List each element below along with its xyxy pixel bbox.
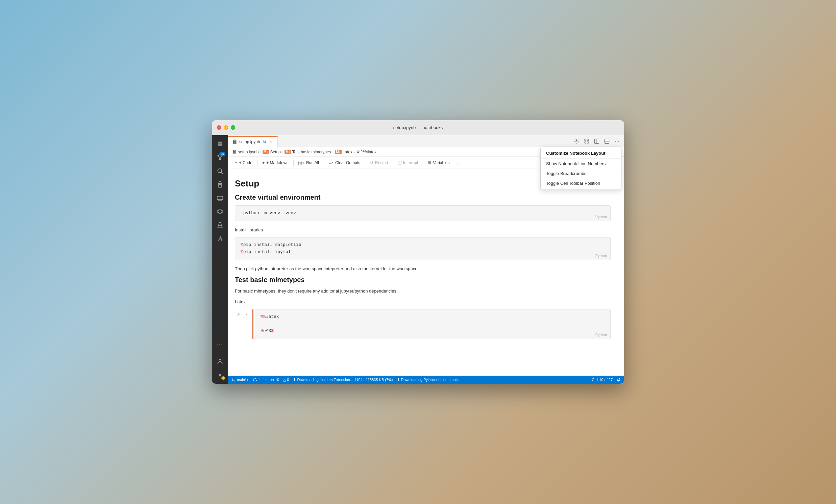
run-cell-button[interactable]: ▷ xyxy=(235,310,242,317)
code-token: pip install ipympl xyxy=(243,249,291,254)
maximize-button[interactable] xyxy=(231,125,235,130)
toolbar-sep-2 xyxy=(293,160,293,166)
minimize-button[interactable] xyxy=(224,125,228,130)
svg-rect-13 xyxy=(217,196,223,200)
code-cell-language-2: Python xyxy=(595,254,607,258)
variables-icon-button[interactable] xyxy=(582,137,591,146)
code-token-dollar1: $ xyxy=(261,328,263,333)
clear-outputs-icon: ≡× xyxy=(329,160,334,165)
more-toolbar-button[interactable]: ··· xyxy=(453,158,462,167)
sidebar-item-account[interactable] xyxy=(214,355,226,368)
add-code-button[interactable]: + + Code xyxy=(232,158,255,167)
breadcrumb-sep-3: › xyxy=(332,150,334,154)
svg-rect-20 xyxy=(585,139,586,141)
sidebar-item-source-control[interactable]: 26 xyxy=(214,151,226,163)
section-heading-venv: Create virtual environment xyxy=(235,194,611,201)
sidebar-item-testing[interactable] xyxy=(214,219,226,231)
breadcrumb-file-label: setup.ipynb xyxy=(238,150,259,154)
activity-bar: 26 ··· xyxy=(212,135,228,384)
tab-setup-ipynb[interactable]: 📓 setup.ipynb M × xyxy=(228,136,278,147)
svg-rect-21 xyxy=(587,139,589,141)
status-errors[interactable]: ⊗ 10 xyxy=(271,378,279,382)
more-actions-icon-button[interactable]: ··· xyxy=(613,137,622,146)
split-horizontal-icon-button[interactable] xyxy=(603,137,611,146)
cell-info-label: Cell 10 of 27 xyxy=(592,378,613,382)
interrupt-button[interactable]: Interrupt xyxy=(395,158,421,167)
breadcrumb-md-icon-1: M↓ xyxy=(263,150,269,154)
breadcrumb-item-setup[interactable]: M↓ Setup xyxy=(263,150,281,154)
section-heading-mimetypes: Test basic mimetypes xyxy=(235,276,611,284)
variables-button[interactable]: ⊞ Variables xyxy=(425,158,452,167)
svg-point-28 xyxy=(232,378,233,379)
status-bar: main*+ 1↓ 1↑ ⊗ 10 △ 0 ⬇ Downloading Insi… xyxy=(228,376,624,384)
toolbar-sep-4 xyxy=(365,160,365,166)
status-download1: ⬇ Downloading Insiders Extension... 1104… xyxy=(293,378,393,382)
code-cell-language-3: Python xyxy=(595,333,607,337)
interrupt-icon xyxy=(398,161,401,164)
breadcrumb-item-pctlatex[interactable]: ⚙ %%latex xyxy=(357,150,377,154)
dropdown-menu: Customize Notebook Layout Show Notebook … xyxy=(540,147,622,190)
code-cell-language: Python xyxy=(595,215,607,219)
svg-point-29 xyxy=(234,380,235,381)
code-token-pct: %% xyxy=(261,314,266,319)
sidebar-item-settings[interactable]: 🔔 xyxy=(214,369,226,381)
breadcrumb-item-test[interactable]: M↓ Test basic mimetypes xyxy=(285,150,331,154)
toolbar-sep-5 xyxy=(393,160,393,166)
status-warnings[interactable]: △ 0 xyxy=(283,378,289,382)
sidebar-item-remote[interactable] xyxy=(214,192,226,204)
code-token-dollar2: $ xyxy=(271,328,274,333)
svg-rect-1 xyxy=(220,141,222,143)
close-button[interactable] xyxy=(216,125,221,130)
variables-icon: ⊞ xyxy=(428,160,431,165)
sidebar-item-more[interactable]: ··· xyxy=(214,338,226,350)
clear-outputs-label: Clear Outputs xyxy=(335,160,360,165)
sidebar-item-debug[interactable] xyxy=(214,178,226,191)
active-cell-container: ▷ ∨ %%latex $e^3$ xyxy=(235,309,611,339)
sidebar-item-search[interactable] xyxy=(214,165,226,177)
download2-label: ⬇ Downloading Pylance insiders build... xyxy=(397,378,462,382)
tab-type-icon: 📓 xyxy=(232,139,237,144)
svg-rect-2 xyxy=(217,144,220,146)
cell-menu-button[interactable]: ∨ xyxy=(243,310,250,317)
status-branch[interactable]: main*+ xyxy=(231,378,249,382)
svg-rect-22 xyxy=(585,141,586,143)
sidebar-item-azure[interactable] xyxy=(214,232,226,245)
tab-close-button[interactable]: × xyxy=(268,139,273,144)
source-control-badge: 26 xyxy=(219,152,225,156)
svg-point-18 xyxy=(219,374,221,376)
breadcrumb-sep-1: › xyxy=(260,150,261,154)
run-all-button[interactable]: ▷▷ Run All xyxy=(296,158,322,167)
status-cell-info: Cell 10 of 27 xyxy=(592,378,613,382)
dropdown-item-toggle-cell-toolbar[interactable]: Toggle Cell Toolbar Position xyxy=(541,178,621,188)
breadcrumb-setup-label: Setup xyxy=(270,150,281,154)
errors-label: ⊗ 10 xyxy=(271,378,279,382)
dropdown-item-customize-layout[interactable]: Customize Notebook Layout xyxy=(541,148,621,159)
sidebar-item-extensions[interactable] xyxy=(214,206,226,217)
add-markdown-icon: + xyxy=(262,160,265,165)
code-cell-venv[interactable]: !python -m venv .venv Python xyxy=(235,206,611,221)
cell-active-indicator xyxy=(252,309,253,339)
svg-line-10 xyxy=(221,172,223,174)
toolbar-sep-6 xyxy=(423,160,423,166)
dropdown-item-show-line-numbers[interactable]: Show Notebook Line Numbers xyxy=(541,159,621,169)
code-cell-latex[interactable]: %%latex $e^3$ Python xyxy=(255,309,611,339)
window-title: setup.ipynb — notebooks xyxy=(393,125,443,130)
variables-label: Variables xyxy=(433,160,450,165)
code-token-pip1: % xyxy=(241,242,243,247)
dropdown-item-toggle-breadcrumbs[interactable]: Toggle Breadcrumbs xyxy=(541,169,621,178)
clear-outputs-button[interactable]: ≡× Clear Outputs xyxy=(326,158,363,167)
sidebar-item-explorer[interactable] xyxy=(214,138,226,150)
status-sync[interactable]: 1↓ 1↑ xyxy=(253,378,267,382)
split-vertical-icon-button[interactable] xyxy=(592,137,601,146)
restart-button[interactable]: ↺ Restart xyxy=(367,158,391,167)
status-notifications[interactable] xyxy=(617,378,621,382)
code-cell-install[interactable]: %pip install matplotlib %pip install ipy… xyxy=(235,237,611,260)
status-download2: ⬇ Downloading Pylance insiders build... xyxy=(397,378,462,382)
traffic-lights xyxy=(216,125,235,130)
add-code-icon: + xyxy=(235,160,238,165)
add-markdown-button[interactable]: + + Markdown xyxy=(260,158,291,167)
breadcrumb-item-file[interactable]: 📓 setup.ipynb xyxy=(232,150,259,154)
settings-icon-button[interactable] xyxy=(572,137,581,146)
breadcrumb-item-latex[interactable]: M↓ Latex xyxy=(335,150,353,154)
code-cell-install-content: %pip install matplotlib %pip install ipy… xyxy=(235,237,610,260)
